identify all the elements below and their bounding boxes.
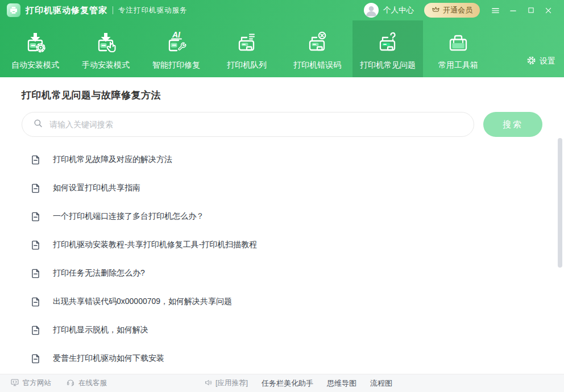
nav-label: 打印机常见问题: [360, 60, 416, 70]
window-controls: [487, 3, 557, 18]
nav-label: 打印机队列: [227, 60, 267, 70]
nav-item-printer-error-code[interactable]: 打印机错误码: [282, 20, 353, 77]
faq-item-text: 出现共享错误代码0x00000709，如何解决共享问题: [53, 297, 232, 307]
document-icon: [30, 325, 41, 336]
printer-queue-icon: [234, 30, 260, 56]
nav-label: 智能打印修复: [152, 60, 200, 70]
document-icon: [30, 353, 41, 364]
online-service-label: 在线客服: [78, 378, 107, 388]
header: 打印机驱动修复管家 专注打印机驱动服务 个人中心 开通会员: [0, 0, 564, 77]
toolbox-icon: [445, 30, 471, 56]
nav-item-manual-install[interactable]: 手动安装模式: [70, 20, 141, 77]
nav-item-toolbox[interactable]: 常用工具箱: [423, 20, 494, 77]
document-icon: [30, 183, 41, 194]
nav-label: 手动安装模式: [82, 60, 130, 70]
page-title: 打印机常见问题与故障修复方法: [22, 89, 542, 102]
nav-item-ai-repair[interactable]: AI 智能打印修复: [141, 20, 212, 77]
avatar[interactable]: [364, 3, 379, 18]
app-window: 打印机驱动修复管家 专注打印机驱动服务 个人中心 开通会员: [0, 0, 564, 392]
recommend-link-mindmap[interactable]: 思维导图: [327, 378, 356, 389]
recommend-link-flowchart[interactable]: 流程图: [370, 378, 392, 389]
main-nav: 自动安装模式 手动安装模式 AI: [0, 20, 564, 77]
faq-item-text: 打印机显示脱机，如何解决: [53, 325, 148, 335]
faq-item[interactable]: 爱普生打印机驱动如何下载安装: [22, 344, 542, 373]
search-box: [22, 112, 474, 137]
maximize-button[interactable]: [522, 3, 540, 18]
app-recommend: [应用推荐] 任务栏美化助手 思维导图 流程图: [204, 378, 392, 389]
faq-item-text: 一个打印机端口连接了多台打印机怎么办？: [53, 211, 204, 222]
titlebar-right: 个人中心 开通会员: [364, 3, 557, 18]
nav-label: 常用工具箱: [438, 60, 478, 70]
gear-icon: [526, 55, 537, 68]
document-icon: [30, 211, 41, 222]
megaphone-icon: [204, 378, 213, 389]
footer: 官方网站 在线客服 [应用推荐] 任务栏美化助手 思维导图 流程图: [0, 374, 564, 392]
settings-label: 设置: [540, 56, 555, 66]
search-row: 搜索: [22, 112, 542, 137]
main-content: 打印机常见问题与故障修复方法 搜索 打印机常见故障及对应的解决方法 如何设置打印…: [0, 77, 564, 374]
faq-item[interactable]: 打印机显示脱机，如何解决: [22, 316, 542, 344]
search-icon: [33, 118, 43, 131]
nav-label: 打印机错误码: [293, 60, 341, 70]
faq-item-text: 打印任务无法删除怎么办?: [53, 268, 145, 278]
minimize-button[interactable]: [504, 3, 522, 18]
ai-print-repair-icon: AI: [163, 30, 189, 56]
faq-item-text: 打印机驱动安装教程-共享打印机修复工具-打印机扫描教程: [53, 240, 257, 250]
document-icon: [30, 155, 41, 165]
app-title: 打印机驱动修复管家: [26, 5, 107, 16]
recommend-label: [应用推荐]: [215, 378, 248, 388]
online-service-link[interactable]: 在线客服: [66, 378, 107, 389]
recommend-tag: [应用推荐]: [204, 378, 248, 389]
document-icon: [30, 297, 41, 307]
open-vip-label: 开通会员: [443, 5, 472, 15]
titlebar: 打印机驱动修复管家 专注打印机驱动服务 个人中心 开通会员: [0, 0, 564, 20]
monitor-icon: [10, 378, 19, 389]
faq-item-text: 打印机常见故障及对应的解决方法: [53, 155, 172, 165]
faq-item[interactable]: 一个打印机端口连接了多台打印机怎么办？: [22, 202, 542, 231]
faq-item[interactable]: 打印机驱动安装教程-共享打印机修复工具-打印机扫描教程: [22, 231, 542, 259]
footer-left: 官方网站 在线客服: [10, 378, 107, 389]
nav-label: 自动安装模式: [11, 60, 59, 70]
faq-item[interactable]: 打印机常见故障及对应的解决方法: [22, 145, 542, 174]
app-subtitle: 专注打印机驱动服务: [118, 6, 188, 15]
recommend-link-taskbar[interactable]: 任务栏美化助手: [262, 378, 313, 389]
faq-item[interactable]: 出现共享错误代码0x00000709，如何解决共享问题: [22, 287, 542, 316]
scrollbar-thumb[interactable]: [558, 138, 562, 268]
crown-icon: [432, 5, 440, 15]
document-icon: [30, 268, 41, 279]
printer-error-code-icon: [304, 30, 330, 56]
document-icon: [30, 240, 41, 251]
manual-install-icon: [93, 30, 119, 56]
faq-item-text: 如何设置打印机共享指南: [53, 183, 140, 193]
user-center-link[interactable]: 个人中心: [383, 5, 414, 15]
printer-faq-icon: [375, 30, 401, 56]
faq-list: 打印机常见故障及对应的解决方法 如何设置打印机共享指南 一个打印机端口连接了多台…: [22, 145, 542, 373]
app-logo-icon: [7, 3, 20, 17]
official-site-link[interactable]: 官方网站: [10, 378, 51, 389]
nav-item-printer-queue[interactable]: 打印机队列: [212, 20, 282, 77]
headset-icon: [66, 378, 75, 389]
title-divider: [113, 6, 113, 14]
auto-install-icon: [22, 30, 48, 56]
faq-item[interactable]: 打印任务无法删除怎么办?: [22, 259, 542, 287]
faq-item[interactable]: 如何设置打印机共享指南: [22, 174, 542, 202]
search-input[interactable]: [49, 120, 463, 129]
faq-item-text: 爱普生打印机驱动如何下载安装: [53, 353, 164, 364]
nav-item-printer-faq[interactable]: 打印机常见问题: [353, 20, 423, 77]
menu-icon[interactable]: [487, 3, 504, 18]
svg-text:AI: AI: [172, 30, 181, 39]
open-vip-button[interactable]: 开通会员: [424, 3, 480, 18]
nav-item-auto-install[interactable]: 自动安装模式: [0, 20, 70, 77]
settings-button[interactable]: 设置: [526, 55, 564, 77]
search-button[interactable]: 搜索: [483, 112, 542, 137]
close-button[interactable]: [540, 3, 557, 18]
official-site-label: 官方网站: [23, 378, 51, 388]
